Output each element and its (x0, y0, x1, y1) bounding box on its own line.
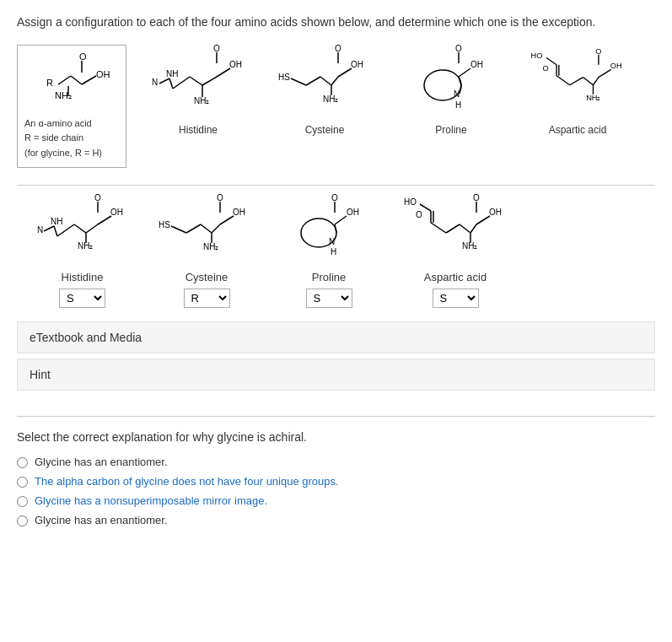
option-2-text: The alpha carbon of glycine does not hav… (35, 475, 339, 488)
svg-text:H: H (331, 247, 336, 256)
svg-text:N: N (152, 78, 158, 87)
cysteine-interactive-label: Cysteine (185, 271, 228, 283)
proline-select[interactable]: S R (306, 289, 352, 308)
etextbook-section[interactable]: eTextbook and Media (17, 321, 655, 353)
svg-text:NH₂: NH₂ (203, 242, 218, 251)
svg-text:O: O (331, 194, 338, 202)
svg-line-14 (217, 68, 230, 77)
svg-text:HS: HS (278, 73, 290, 82)
option-1-radio[interactable] (17, 457, 28, 468)
option-3-text: Glycine has a nonsuperimposable mirror i… (35, 494, 267, 507)
main-container: Assign a configuration to each of the fo… (0, 0, 672, 547)
svg-text:HS: HS (159, 220, 170, 229)
etextbook-label: eTextbook and Media (30, 331, 142, 344)
svg-line-86 (335, 224, 336, 233)
histidine-svg-interactive: O OH N NH NH₂ (34, 194, 131, 266)
option-3: Glycine has a nonsuperimposable mirror i… (17, 494, 655, 507)
svg-line-28 (331, 77, 338, 85)
histidine-label-top: Histidine (179, 124, 218, 136)
svg-text:O: O (79, 52, 87, 62)
cysteine-svg-top: O HS OH NH₂ (274, 45, 375, 121)
proline-label-top: Proline (435, 124, 466, 136)
hint-label: Hint (30, 368, 51, 381)
svg-line-53 (599, 69, 611, 77)
histidine-select[interactable]: S R (59, 289, 105, 308)
svg-line-25 (291, 78, 306, 85)
svg-line-4 (82, 76, 96, 84)
proline-svg-interactive: O OH N H (282, 194, 375, 266)
svg-line-74 (186, 224, 201, 233)
svg-text:OH: OH (610, 62, 622, 70)
reference-line2: R = side chain (24, 131, 119, 146)
svg-line-59 (57, 224, 74, 236)
proline-structure-top: O OH N H (401, 45, 502, 121)
aspartic-structure-top: O HO O OH NH₂ (527, 45, 628, 121)
svg-text:O: O (416, 210, 422, 219)
svg-line-65 (44, 226, 54, 231)
svg-text:HO: HO (531, 51, 543, 60)
option-2-radio[interactable] (17, 477, 28, 488)
reference-line3: (for glycine, R = H) (24, 146, 119, 161)
proline-interactive-label: Proline (312, 271, 346, 283)
svg-text:OH: OH (489, 208, 502, 217)
section-divider-1 (17, 185, 655, 186)
histidine-top: O OH N NH NH₂ (143, 45, 253, 136)
aspartic-svg-top: O HO O OH NH₂ (527, 45, 628, 121)
svg-text:NH₂: NH₂ (55, 90, 72, 100)
cysteine-select[interactable]: R S (184, 289, 230, 308)
svg-line-13 (202, 77, 217, 85)
svg-text:NH: NH (51, 217, 62, 226)
question1-label: Assign a configuration to each of the fo… (17, 15, 595, 29)
top-structures-row: O OH R NH₂ An α-amino acid R = side chai… (17, 45, 655, 168)
svg-line-61 (86, 224, 98, 233)
svg-line-26 (306, 77, 320, 85)
svg-line-11 (173, 77, 190, 89)
svg-text:R: R (46, 78, 53, 88)
cysteine-label-top: Cysteine (305, 124, 345, 136)
svg-line-96 (431, 223, 446, 233)
svg-text:O: O (473, 194, 480, 202)
svg-text:OH: OH (233, 208, 245, 217)
svg-line-18 (169, 78, 173, 89)
svg-text:OH: OH (347, 208, 359, 217)
option-2: The alpha carbon of glycine does not hav… (17, 475, 655, 488)
svg-text:N: N (37, 225, 43, 235)
svg-line-50 (570, 78, 583, 85)
svg-line-52 (593, 78, 598, 85)
svg-line-66 (54, 226, 57, 236)
question2-label: Select the correct explanation for why g… (17, 430, 307, 444)
svg-text:O: O (542, 64, 548, 73)
reference-box: O OH R NH₂ An α-amino acid R = side chai… (17, 45, 126, 168)
option-3-radio[interactable] (17, 496, 28, 507)
svg-line-73 (171, 226, 186, 233)
reference-line1: An α-amino acid (24, 116, 119, 132)
option-4-radio[interactable] (17, 515, 28, 526)
aspartic-select[interactable]: S R (433, 289, 479, 308)
svg-text:NH₂: NH₂ (194, 96, 209, 105)
proline-svg-top: O OH N H (405, 45, 497, 121)
cysteine-svg-interactive: O HS OH NH₂ (156, 194, 257, 266)
svg-line-77 (220, 216, 234, 224)
svg-text:NH₂: NH₂ (586, 94, 600, 102)
option-4-text: Glycine has an enantiomer. (35, 514, 168, 526)
svg-line-29 (338, 68, 352, 77)
svg-text:N: N (454, 89, 460, 99)
svg-line-97 (446, 224, 460, 233)
svg-line-2 (58, 76, 71, 84)
svg-line-100 (476, 216, 490, 224)
svg-text:O: O (94, 194, 101, 202)
cysteine-interactive: O HS OH NH₂ Cysteine R S (156, 194, 257, 308)
aspartic-interactive-label: Aspartic acid (424, 271, 487, 283)
aspartic-interactive: O HO O OH NH₂ Aspartic acid S R (401, 194, 510, 308)
svg-text:O: O (335, 45, 341, 53)
hint-section[interactable]: Hint (17, 359, 655, 391)
cysteine-top: O HS OH NH₂ Cysteine (270, 45, 379, 136)
aspartic-top: O HO O OH NH₂ (523, 45, 632, 136)
histidine-interactive: O OH N NH NH₂ Histidine S R (34, 194, 131, 308)
svg-line-12 (190, 77, 202, 85)
svg-line-17 (159, 78, 169, 84)
svg-line-49 (556, 76, 570, 85)
svg-line-27 (320, 77, 331, 85)
svg-line-62 (98, 216, 111, 224)
svg-line-35 (459, 68, 470, 77)
